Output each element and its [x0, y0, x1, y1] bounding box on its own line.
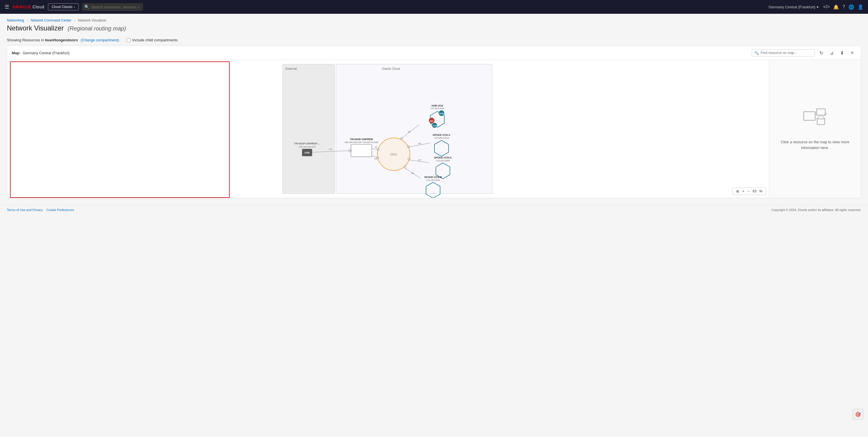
svg-text:HUB-VCN: HUB-VCN: [431, 104, 443, 107]
settings-icon[interactable]: ≡: [848, 49, 856, 57]
svg-text:RP: RP: [418, 143, 422, 145]
region-selector[interactable]: Germany Central (Frankfurt) ▾: [769, 5, 818, 9]
cloud-classic-button[interactable]: Cloud Classic ›: [48, 3, 79, 10]
svg-rect-52: [804, 112, 815, 120]
download-icon[interactable]: ⬇: [838, 49, 846, 57]
svg-text:SPOKE-VCN-B: SPOKE-VCN-B: [424, 176, 442, 179]
footer-left: Terms of Use and Privacy Cookie Preferen…: [7, 208, 74, 212]
page-title: Network Visualizer (Regional routing map…: [7, 24, 861, 32]
info-panel-icon: [802, 107, 828, 135]
search-wrapper: 🔍: [82, 3, 266, 11]
search-icon: 🔍: [84, 5, 89, 9]
svg-text:00: 00: [374, 158, 377, 160]
footer-right: Copyright © 2024, Oracle and/or its affi…: [772, 208, 861, 212]
svg-text:TRANSIP-ONPREM-...: TRANSIP-ONPREM-...: [294, 142, 320, 145]
search-input[interactable]: [82, 3, 143, 11]
svg-rect-0: [283, 64, 335, 194]
svg-text:Oracle Cloud: Oracle Cloud: [382, 67, 400, 70]
cloud-brand: Cloud: [32, 5, 44, 9]
help-icon[interactable]: ?: [842, 4, 845, 9]
breadcrumb-sep-2: ›: [74, 19, 75, 22]
cookie-preferences-link[interactable]: Cookie Preferences: [46, 208, 74, 212]
info-panel: Click a resource on the map to view more…: [769, 60, 861, 198]
breadcrumb-sep-1: ›: [27, 19, 28, 22]
svg-text:SGW: SGW: [433, 125, 437, 127]
svg-rect-10: [351, 145, 372, 157]
breadcrumb-networking[interactable]: Networking: [7, 19, 24, 22]
change-compartment-link[interactable]: (Change compartment): [81, 38, 119, 42]
nav-icons: </> 🔔 ? 🌐 👤: [823, 4, 863, 10]
region-label: Germany Central (Frankfurt): [769, 5, 815, 9]
network-diagram-svg: External Oracle Cloud TRANSIP-ONPREM-...…: [7, 60, 769, 198]
page-title-subtitle: (Regional routing map): [68, 25, 126, 32]
svg-text:172.16.3.0/24: 172.16.3.0/24: [436, 159, 450, 162]
zoom-value: 63: [751, 189, 757, 193]
bell-icon[interactable]: 🔔: [833, 4, 839, 10]
cloud-classic-label: Cloud Classic: [52, 5, 73, 9]
breadcrumb-network-visualizer: Network Visualizer: [78, 19, 106, 22]
map-label: Map:: [12, 51, 20, 55]
oracle-brand: ORACLE: [12, 5, 31, 9]
svg-text:172.163.1.0/24: 172.163.1.0/24: [434, 137, 449, 139]
child-compartments-checkbox-wrap: Include child compartments: [127, 38, 178, 42]
svg-text:172.16.2.0/24: 172.16.2.0/24: [426, 179, 440, 182]
svg-text:TRANSIP-ONPREM: TRANSIP-ONPREM: [350, 138, 373, 141]
svg-text:SPOKE-VCN-C: SPOKE-VCN-C: [434, 156, 452, 159]
map-region-text: Germany Central (Frankfurt): [23, 51, 69, 55]
svg-text:136.144.102.216: 136.144.102.216: [299, 146, 315, 148]
child-compartments-label: Include child compartments: [132, 38, 178, 42]
zoom-out-button[interactable]: −: [746, 188, 751, 194]
svg-text:CPE: CPE: [305, 151, 310, 154]
svg-text:RP: RP: [408, 131, 411, 133]
zoom-unit: %: [758, 189, 764, 193]
svg-text:00: 00: [375, 146, 377, 149]
child-compartments-checkbox[interactable]: [127, 38, 131, 42]
map-search-icon: 🔍: [754, 51, 759, 55]
code-icon[interactable]: </>: [823, 4, 830, 9]
svg-text:136.144.162.216 / 10.222.10.0/: 136.144.162.216 / 10.222.10.0/24: [344, 141, 378, 144]
svg-text:NAT: NAT: [430, 120, 434, 122]
refresh-icon[interactable]: ↻: [817, 49, 825, 57]
nav-right-section: Germany Central (Frankfurt) ▾ </> 🔔 ? 🌐 …: [769, 4, 863, 10]
globe-icon[interactable]: 🌐: [848, 4, 854, 10]
breadcrumb-area: Networking › Network Command Center › Ne…: [0, 14, 868, 34]
main-content: Map: Germany Central (Frankfurt) 🔍 ↻ ⊿ ⬇…: [7, 45, 861, 198]
map-search-input[interactable]: [761, 51, 812, 55]
svg-text:DRG: DRG: [391, 153, 397, 156]
showing-text: Showing Resources in IwanHoogendoorn: [7, 38, 78, 42]
breadcrumb: Networking › Network Command Center › Ne…: [7, 19, 861, 22]
map-canvas[interactable]: External Oracle Cloud TRANSIP-ONPREM-...…: [7, 60, 769, 198]
svg-text:RP: RP: [418, 159, 422, 161]
hamburger-menu-icon[interactable]: ☰: [5, 4, 9, 10]
svg-marker-54: [817, 115, 825, 119]
user-icon[interactable]: 👤: [858, 4, 863, 10]
map-toolbar: Map: Germany Central (Frankfurt) 🔍 ↻ ⊿ ⬇…: [7, 46, 861, 60]
svg-rect-55: [817, 119, 825, 125]
breadcrumb-network-command-center[interactable]: Network Command Center: [31, 19, 71, 22]
page-title-main: Network Visualizer: [7, 24, 64, 32]
info-panel-text: Click a resource on the map to view more…: [776, 139, 854, 151]
top-navigation: ☰ ORACLE Cloud Cloud Classic › 🔍 Germany…: [0, 0, 868, 14]
map-toolbar-right: 🔍 ↻ ⊿ ⬇ ≡: [752, 49, 856, 57]
svg-text:External: External: [285, 67, 297, 70]
svg-text:110: 110: [329, 148, 333, 151]
oracle-logo: ORACLE Cloud: [12, 5, 44, 9]
svg-text:SGW: SGW: [439, 113, 444, 115]
svg-text:SPOKE-VCN-A: SPOKE-VCN-A: [433, 133, 451, 136]
map-canvas-inner: External Oracle Cloud TRANSIP-ONPREM-...…: [7, 60, 769, 198]
terms-link[interactable]: Terms of Use and Privacy: [7, 208, 43, 212]
svg-text:RP: RP: [411, 172, 414, 175]
svg-marker-57: [824, 113, 827, 117]
svg-rect-53: [817, 109, 825, 115]
zoom-controls: ⊕ + − 63 %: [732, 187, 766, 195]
chevron-down-icon: ▾: [817, 5, 818, 9]
chevron-right-icon: ›: [74, 5, 75, 9]
zoom-in-button[interactable]: +: [741, 188, 746, 194]
map-search-wrap: 🔍: [752, 50, 815, 57]
zoom-fit-icon[interactable]: ⊕: [735, 188, 741, 194]
map-area: External Oracle Cloud TRANSIP-ONPREM-...…: [7, 60, 861, 198]
footer: Terms of Use and Privacy Cookie Preferen…: [0, 205, 868, 215]
svg-text:172.16.0.0/24: 172.16.0.0/24: [430, 107, 444, 110]
filter-icon[interactable]: ⊿: [828, 49, 836, 57]
compartment-name: IwanHoogendoorn: [45, 38, 78, 42]
